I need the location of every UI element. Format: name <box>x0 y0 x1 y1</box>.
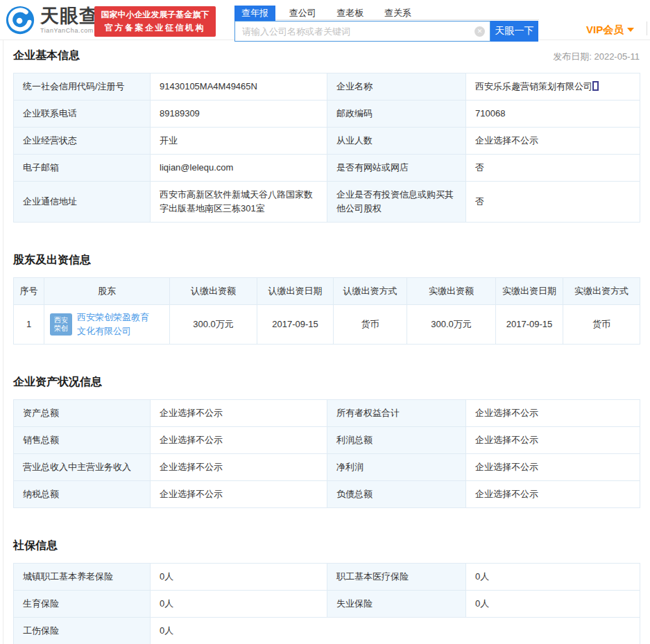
field-value: 企业选择不公示 <box>466 128 640 155</box>
tab-company[interactable]: 查公司 <box>282 6 323 21</box>
column-header: 认缴出资额 <box>170 278 257 305</box>
search-tabs: 查年报 查公司 查老板 查关系 <box>234 6 539 20</box>
column-header: 序号 <box>14 278 44 305</box>
field-label: 统一社会信用代码/注册号 <box>14 73 151 101</box>
column-header: 认缴出资日期 <box>257 278 334 305</box>
logo-domain: TianYanCha.com <box>40 28 99 34</box>
avatar-line2: 荣创 <box>54 324 68 333</box>
table-row: 生育保险 0人 失业保险 0人 <box>14 591 640 618</box>
chevron-down-icon <box>627 28 634 32</box>
column-header: 股东 <box>44 278 170 305</box>
social-insurance-header: 社保信息 <box>13 539 640 553</box>
company-avatar: 西安 荣创 <box>50 313 72 336</box>
vip-label: VIP会员 <box>586 24 624 35</box>
column-header: 实缴出资方式 <box>563 278 640 305</box>
field-value: 0人 <box>466 564 640 591</box>
field-value: 开业 <box>151 128 327 155</box>
table-row: 资产总额 企业选择不公示 所有者权益合计 企业选择不公示 <box>14 400 640 427</box>
field-value: 企业选择不公示 <box>151 454 327 481</box>
field-value: 企业选择不公示 <box>466 400 640 427</box>
field-label: 企业名称 <box>327 73 466 101</box>
row-index: 1 <box>14 305 44 345</box>
field-label: 利润总额 <box>327 427 466 454</box>
field-value: 否 <box>466 182 640 223</box>
basic-info-title: 企业基本信息 <box>13 49 80 63</box>
field-value: 0人 <box>151 618 640 644</box>
field-label: 净利润 <box>327 454 466 481</box>
field-value: 企业选择不公示 <box>466 427 640 454</box>
tab-annual-report[interactable]: 查年报 <box>234 6 275 21</box>
field-label: 工伤保险 <box>14 618 151 644</box>
header-divider <box>647 21 647 35</box>
field-value: 0人 <box>151 564 327 591</box>
tab-boss[interactable]: 查老板 <box>330 6 370 21</box>
subscribed-amount: 300.0万元 <box>170 305 257 345</box>
field-label: 邮政编码 <box>327 101 466 128</box>
badge-line2: 官方备案企业征信机构 <box>94 21 216 35</box>
field-label: 营业总收入中主营业务收入 <box>14 454 151 481</box>
field-label: 失业保险 <box>327 591 466 618</box>
field-value: 89189309 <box>151 101 327 128</box>
table-row: 营业总收入中主营业务收入 企业选择不公示 净利润 企业选择不公示 <box>14 454 640 481</box>
shareholder-company-link[interactable]: 西安荣创荣盈教育文化有限公司 <box>77 311 156 338</box>
paid-amount: 300.0万元 <box>407 305 496 345</box>
field-value: 企业选择不公示 <box>466 454 640 481</box>
field-value: 企业选择不公示 <box>151 481 327 508</box>
table-header-row: 序号 股东 认缴出资额 认缴出资日期 认缴出资方式 实缴出资额 实缴出资日期 实… <box>14 278 640 305</box>
field-value: 710068 <box>466 101 640 128</box>
field-label: 企业通信地址 <box>14 182 151 223</box>
table-row: 企业联系电话 89189309 邮政编码 710068 <box>14 101 640 128</box>
field-label: 企业联系电话 <box>14 101 151 128</box>
assets-table: 资产总额 企业选择不公示 所有者权益合计 企业选择不公示 销售总额 企业选择不公… <box>13 399 640 508</box>
table-row: 纳税总额 企业选择不公示 负债总额 企业选择不公示 <box>14 481 640 508</box>
field-label: 企业是否有投资信息或购买其他公司股权 <box>327 182 466 223</box>
table-row: 销售总额 企业选择不公示 利润总额 企业选择不公示 <box>14 427 640 454</box>
social-insurance-table: 城镇职工基本养老保险 0人 职工基本医疗保险 0人 生育保险 0人 失业保险 0… <box>13 563 640 644</box>
field-value: liqian@lelequ.com <box>151 155 327 182</box>
assets-header: 企业资产状况信息 <box>13 375 640 390</box>
search-button[interactable]: 天眼一下 <box>490 21 538 42</box>
tab-relation[interactable]: 查关系 <box>377 6 418 21</box>
clear-input-icon[interactable] <box>474 26 485 37</box>
field-label: 资产总额 <box>14 400 151 427</box>
field-value: 企业选择不公示 <box>151 427 327 454</box>
table-row: 统一社会信用代码/注册号 91430105MA4M49465N 企业名称 西安乐… <box>14 73 640 101</box>
column-header: 实缴出资日期 <box>496 278 563 305</box>
certification-badge: 国家中小企业发展子基金旗下 官方备案企业征信机构 <box>94 6 216 37</box>
table-row: 企业通信地址 西安市高新区软件新城天谷八路国家数字出版基地南区三栋301室 企业… <box>14 182 640 223</box>
vip-member-link[interactable]: VIP会员 <box>586 24 634 37</box>
shareholders-table: 序号 股东 认缴出资额 认缴出资日期 认缴出资方式 实缴出资额 实缴出资日期 实… <box>13 277 640 345</box>
field-value: 0人 <box>466 591 640 618</box>
search-row: 天眼一下 <box>234 21 539 42</box>
text-cursor-artifact <box>592 81 599 91</box>
logo-text: 天眼查 TianYanCha.com <box>40 7 99 34</box>
paid-method: 货币 <box>563 305 640 345</box>
avatar-line1: 西安 <box>54 316 68 324</box>
tianyancha-logo[interactable]: 天眼查 TianYanCha.com <box>4 4 99 36</box>
shareholders-title: 股东及出资信息 <box>13 253 91 268</box>
publish-date-label: 发布日期: <box>553 51 592 62</box>
social-insurance-title: 社保信息 <box>13 539 58 553</box>
shareholder-cell: 西安 荣创 西安荣创荣盈教育文化有限公司 <box>44 305 170 345</box>
paid-date: 2017-09-15 <box>496 305 563 345</box>
table-row: 城镇职工基本养老保险 0人 职工基本医疗保险 0人 <box>14 564 640 591</box>
subscribed-date: 2017-09-15 <box>257 305 334 345</box>
field-label: 所有者权益合计 <box>327 400 466 427</box>
table-row: 电子邮箱 liqian@lelequ.com 是否有网站或网店 否 <box>14 155 640 182</box>
search-input[interactable] <box>234 21 490 42</box>
company-name-value: 西安乐乐趣营销策划有限公司 <box>475 81 592 92</box>
field-value: 91430105MA4M49465N <box>151 73 327 101</box>
field-value: 企业选择不公示 <box>466 481 640 508</box>
field-label: 电子邮箱 <box>14 155 151 182</box>
basic-info-header: 企业基本信息 发布日期: 2022-05-11 <box>13 49 640 63</box>
field-label: 销售总额 <box>14 427 151 454</box>
table-row: 1 西安 荣创 西安荣创荣盈教育文化有限公司 300.0万元 2017-09-1… <box>14 305 640 345</box>
table-row: 企业经营状态 开业 从业人数 企业选择不公示 <box>14 128 640 155</box>
column-header: 实缴出资额 <box>407 278 496 305</box>
field-label: 企业经营状态 <box>14 128 151 155</box>
shareholders-header: 股东及出资信息 <box>13 253 640 268</box>
top-header: 天眼查 TianYanCha.com 国家中小企业发展子基金旗下 官方备案企业征… <box>0 0 650 40</box>
field-label: 城镇职工基本养老保险 <box>14 564 151 591</box>
assets-title: 企业资产状况信息 <box>13 375 102 390</box>
field-label: 从业人数 <box>327 128 466 155</box>
